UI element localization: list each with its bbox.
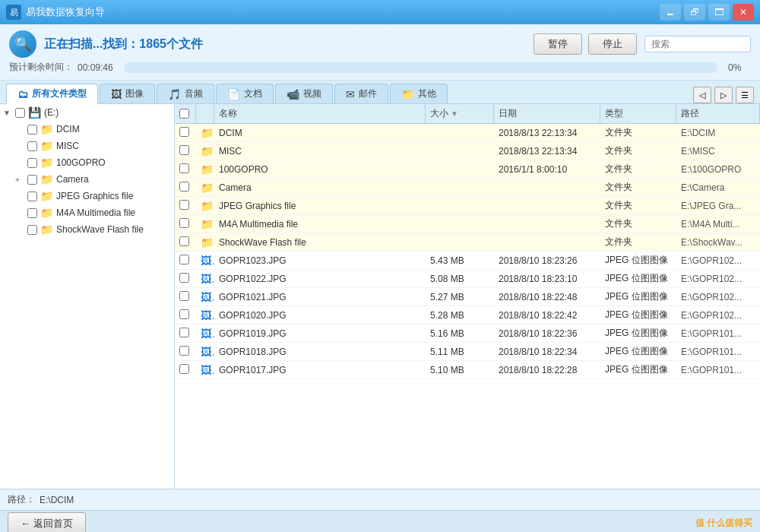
- row-checkbox-cell: [175, 216, 196, 233]
- tree-dcim-checkbox[interactable]: [27, 125, 37, 135]
- row-size: 5.43 MB: [426, 253, 494, 268]
- tab-other-label: 其他: [418, 87, 436, 100]
- tab-audio[interactable]: 🎵 音频: [157, 84, 214, 103]
- row-name: GOPR1021.JPG: [214, 290, 426, 305]
- tree-item-camera[interactable]: + 📁 Camera: [12, 171, 174, 188]
- tab-image[interactable]: 🖼 图像: [100, 84, 155, 103]
- table-row[interactable]: 📁 Camera 文件夹 E:\Camera: [175, 179, 760, 197]
- tab-all[interactable]: 🗂 所有文件类型: [6, 84, 98, 104]
- table-row[interactable]: 🖼 GOPR1022.JPG 5.08 MB 2018/8/10 18:23:1…: [175, 270, 760, 288]
- table-row[interactable]: 📁 ShockWave Flash file 文件夹 E:\ShockWav..…: [175, 233, 760, 252]
- tree-item-m4a[interactable]: 📁 M4A Multimedia file: [12, 204, 174, 221]
- header-name[interactable]: 名称: [214, 104, 426, 123]
- close-button[interactable]: ✕: [733, 4, 754, 21]
- tree-root-checkbox[interactable]: [15, 108, 25, 118]
- tree-item-100gopro[interactable]: 📁 100GOPRO: [12, 154, 174, 171]
- row-type: JPEG 位图图像: [600, 325, 676, 342]
- tree-m4a-checkbox[interactable]: [27, 208, 37, 218]
- tree-shockwave-checkbox[interactable]: [27, 225, 37, 235]
- tree-jpeg-label: JPEG Graphics file: [56, 191, 133, 201]
- back-button[interactable]: ← 返回首页: [8, 512, 86, 533]
- tree-item-shockwave[interactable]: 📁 ShockWave Flash file: [12, 221, 174, 238]
- header-size[interactable]: 大小 ▼: [426, 104, 494, 123]
- folder-icon: 📁: [40, 173, 53, 185]
- header-date[interactable]: 日期: [494, 104, 600, 123]
- row-checkbox-cell: [175, 143, 196, 160]
- row-checkbox[interactable]: [179, 346, 189, 356]
- row-checkbox[interactable]: [179, 291, 189, 301]
- tab-video[interactable]: 📹 视频: [275, 84, 333, 103]
- row-checkbox[interactable]: [179, 255, 189, 264]
- row-checkbox[interactable]: [179, 200, 189, 210]
- row-name: GOPR1020.JPG: [214, 308, 426, 323]
- row-checkbox[interactable]: [179, 145, 189, 155]
- table-row[interactable]: 🖼 GOPR1021.JPG 5.27 MB 2018/8/10 18:22:4…: [175, 288, 760, 306]
- tree-root[interactable]: ▼ 💾 (E:): [0, 104, 174, 121]
- header-path[interactable]: 路径: [676, 104, 760, 123]
- row-checkbox[interactable]: [179, 309, 189, 319]
- tree-jpeg-checkbox[interactable]: [27, 192, 37, 201]
- row-checkbox[interactable]: [179, 163, 189, 173]
- view-back-button[interactable]: ◁: [693, 87, 711, 103]
- table-row[interactable]: 📁 100GOPRO 2016/1/1 8:00:10 文件夹 E:\100GO…: [175, 160, 760, 179]
- row-checkbox[interactable]: [179, 182, 189, 192]
- path-label: 路径：: [8, 493, 35, 506]
- table-row[interactable]: 📁 DCIM 2018/8/13 22:13:34 文件夹 E:\DCIM: [175, 124, 760, 142]
- pause-button[interactable]: 暂停: [534, 33, 582, 55]
- row-checkbox[interactable]: [179, 273, 189, 283]
- tab-all-label: 所有文件类型: [32, 87, 87, 100]
- row-type: 文件夹: [600, 160, 676, 178]
- row-checkbox[interactable]: [179, 364, 189, 374]
- table-row[interactable]: 🖼 GOPR1020.JPG 5.28 MB 2018/8/10 18:22:4…: [175, 306, 760, 325]
- header-type[interactable]: 类型: [600, 104, 676, 123]
- tree-100gopro-label: 100GOPRO: [56, 157, 106, 168]
- table-row[interactable]: 🖼 GOPR1018.JPG 5.11 MB 2018/8/10 18:22:3…: [175, 343, 760, 361]
- row-date: [494, 185, 600, 190]
- table-row[interactable]: 📁 M4A Multimedia file 文件夹 E:\M4A Multi..…: [175, 215, 760, 233]
- row-date: 2016/1/1 8:00:10: [494, 162, 600, 177]
- header-check[interactable]: [175, 104, 196, 123]
- table-row[interactable]: 🖼 GOPR1023.JPG 5.43 MB 2018/8/10 18:23:2…: [175, 252, 760, 270]
- view-menu-button[interactable]: ☰: [736, 87, 754, 103]
- tree-item-dcim[interactable]: 📁 DCIM: [12, 121, 174, 138]
- table-row[interactable]: 🖼 GOPR1017.JPG 5.10 MB 2018/8/10 18:22:2…: [175, 361, 760, 379]
- row-checkbox[interactable]: [179, 127, 189, 137]
- tab-doc[interactable]: 📄 文档: [216, 84, 274, 103]
- row-date: 2018/8/10 18:22:34: [494, 344, 600, 359]
- header-icon: [196, 104, 214, 123]
- select-all-checkbox[interactable]: [179, 109, 189, 119]
- row-path: E:\GOPR102...: [676, 308, 760, 323]
- statusbar: 路径： E:\DCIM: [0, 489, 760, 510]
- tree-camera-checkbox[interactable]: [27, 175, 37, 185]
- row-name: JPEG Graphics file: [214, 198, 426, 214]
- row-checkbox-cell: [175, 179, 196, 196]
- tab-mail[interactable]: ✉ 邮件: [334, 84, 388, 103]
- tree-misc-checkbox[interactable]: [27, 141, 37, 151]
- row-checkbox[interactable]: [179, 218, 189, 228]
- restore-button[interactable]: 🗗: [684, 4, 705, 21]
- tree-shockwave-label: ShockWave Flash file: [56, 224, 144, 235]
- maximize-button[interactable]: 🗖: [708, 4, 730, 21]
- row-icon: 📁: [196, 143, 214, 160]
- row-checkbox[interactable]: [179, 328, 189, 337]
- table-row[interactable]: 📁 JPEG Graphics file 文件夹 E:\JPEG Gra...: [175, 197, 760, 215]
- tab-other[interactable]: 📁 其他: [390, 84, 448, 103]
- row-checkbox[interactable]: [179, 236, 189, 246]
- view-forward-button[interactable]: ▷: [714, 87, 733, 103]
- tree-100gopro-checkbox[interactable]: [27, 158, 37, 168]
- minimize-button[interactable]: 🗕: [660, 4, 681, 21]
- search-input[interactable]: [644, 36, 751, 52]
- table-row[interactable]: 🖼 GOPR1019.JPG 5.16 MB 2018/8/10 18:22:3…: [175, 325, 760, 343]
- tree-item-misc[interactable]: 📁 MISC: [12, 138, 174, 154]
- progress-bar: [124, 62, 717, 73]
- stop-button[interactable]: 停止: [588, 33, 637, 55]
- row-size: [426, 149, 494, 154]
- table-row[interactable]: 📁 MISC 2018/8/13 22:13:34 文件夹 E:\MISC: [175, 142, 760, 160]
- folder-icon: 📁: [40, 190, 53, 202]
- row-size: [426, 167, 494, 172]
- row-icon: 📁: [196, 234, 214, 251]
- progress-pct: 0%: [728, 62, 751, 73]
- other-icon: 📁: [401, 88, 414, 100]
- row-checkbox-cell: [175, 198, 196, 214]
- tree-item-jpeg[interactable]: 📁 JPEG Graphics file: [12, 188, 174, 204]
